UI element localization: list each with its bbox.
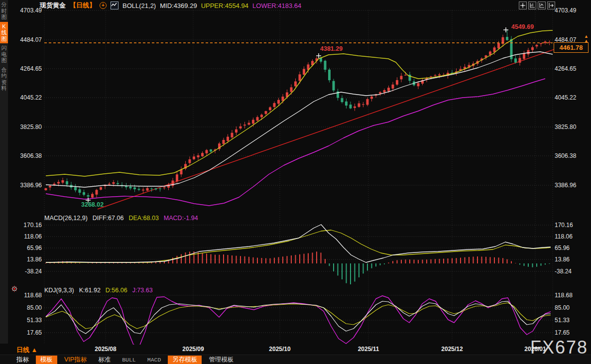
y-axis-label: 65.96	[9, 244, 42, 251]
y-axis-label: 17.65	[555, 329, 588, 336]
toolbar-button-6[interactable]: MACD	[143, 356, 166, 364]
y-axis-label: 13.86	[555, 256, 588, 263]
toolbar-button-8[interactable]: 管理模板	[204, 356, 238, 364]
boll-indicator-label: BOLL(21,2)	[122, 2, 156, 9]
time-axis: 日线 ▲ 2025/082025/092025/102025/112025/12…	[0, 345, 591, 355]
boll-lower-value: LOWER:4183.64	[252, 2, 301, 9]
y-axis-label: 3825.80	[9, 123, 42, 130]
boll-upper-value: UPPER:4554.94	[201, 2, 248, 9]
y-axis-label: 3386.96	[9, 182, 42, 189]
kdj-d-value: D:56.06	[106, 287, 127, 294]
bottom-toolbar: 指标模板VIP指标标准BULLMACD另存模板管理模板	[0, 355, 591, 364]
x-axis-month-label: 2025/12	[435, 346, 470, 353]
y-axis-label: 170.16	[555, 222, 588, 229]
y-axis-label: 65.96	[555, 244, 588, 251]
chart-type-sidebar: 分时图K线图闪电图合约资料	[0, 0, 8, 344]
y-axis-label: 3606.38	[9, 152, 42, 159]
trading-app-window: 分时图K线图闪电图合约资料 现货黄金 【日线】 + BOLL(21,2) MID…	[0, 0, 591, 364]
add-favorite-icon[interactable]: +	[100, 2, 107, 9]
macd-title: MACD(26,12,9)	[44, 215, 88, 222]
macd-panel-header: MACD(26,12,9) DIFF:67.06 DEA:68.03 MACD:…	[44, 215, 198, 222]
price-up-marker-icon: ▲▲	[584, 34, 589, 43]
y-axis-label: 85.00	[9, 304, 42, 311]
y-axis-label: 3825.80	[555, 123, 588, 130]
period-selector[interactable]: 日线 ▲	[16, 346, 37, 355]
macd-diff-value: DIFF:67.06	[93, 215, 124, 222]
toolbar-button-7[interactable]: 另存模板	[168, 356, 202, 364]
y-axis-label: 3606.38	[555, 152, 588, 159]
y-axis-label: -38.24	[555, 268, 588, 275]
annotation-low-price: 3268.02	[81, 201, 104, 208]
axis-scale-right-icon[interactable]	[538, 1, 546, 9]
y-axis-label: 170.16	[9, 222, 42, 229]
y-axis-label: 4703.49	[555, 7, 588, 14]
macd-dea-value: DEA:68.03	[128, 215, 158, 222]
y-axis-label: 3386.96	[555, 182, 588, 189]
y-axis-label: 17.65	[9, 329, 42, 336]
x-axis-month-label: 2025/09	[176, 346, 211, 353]
y-axis-label: 4484.07	[9, 36, 42, 43]
sidebar-tab-4[interactable]: 合约资料	[0, 65, 8, 93]
kdj-title: KDJ(9,3,3)	[44, 287, 74, 294]
y-axis-label: 4703.49	[9, 7, 42, 14]
pan-right-icon[interactable]	[547, 1, 555, 9]
last-price-tag: 4461.78	[554, 42, 589, 53]
move-icon[interactable]	[519, 1, 527, 9]
kdj-k-value: K:61.92	[79, 287, 101, 294]
y-axis-label: 51.33	[555, 317, 588, 324]
x-axis-month-label: 2025/10	[262, 346, 297, 353]
toolbar-button-5[interactable]: BULL	[118, 356, 140, 364]
sidebar-tab-3[interactable]: 闪电图	[0, 43, 8, 65]
kdj-panel-header: KDJ(9,3,3) K:61.92 D:56.06 J:73.63	[44, 287, 153, 294]
y-axis-label: 13.86	[9, 256, 42, 263]
y-axis-label: 118.68	[9, 292, 42, 299]
chart-canvas[interactable]	[0, 0, 591, 364]
annotation-high-price: 4549.69	[511, 23, 534, 30]
y-axis-label: 118.06	[555, 233, 588, 240]
macd-macd-value: MACD:-1.94	[164, 215, 198, 222]
alert-icon[interactable]	[11, 285, 18, 292]
toolbar-button-2[interactable]: 模板	[36, 356, 57, 364]
watermark: FX678	[530, 337, 588, 358]
axis-scale-left-icon[interactable]	[528, 1, 536, 9]
annotation-peak-price: 4381.29	[320, 45, 343, 52]
y-axis-label: 118.06	[9, 233, 42, 240]
x-axis-month-label: 2025/08	[88, 346, 123, 353]
candlestick-style-icon[interactable]	[111, 1, 118, 9]
boll-mid-value: MID:4369.29	[160, 2, 197, 9]
y-axis-label: 51.33	[9, 317, 42, 324]
y-axis-label: 4264.65	[9, 65, 42, 72]
sidebar-tab-2[interactable]: K线图	[0, 22, 8, 44]
sidebar-tab-1[interactable]: 分时图	[0, 0, 8, 22]
toolbar-button-1[interactable]: 指标	[12, 356, 33, 364]
x-axis-month-label: 2025/11	[351, 346, 386, 353]
y-axis-label: 4264.65	[555, 65, 588, 72]
kdj-j-value: J:73.63	[132, 287, 153, 294]
y-axis-label: 4045.22	[555, 94, 588, 101]
toolbar-button-3[interactable]: VIP指标	[60, 356, 91, 364]
y-axis-label: 4045.22	[9, 94, 42, 101]
toolbar-button-4[interactable]: 标准	[94, 356, 115, 364]
y-axis-label: 118.68	[555, 292, 588, 299]
symbol-name: 现货黄金	[40, 1, 66, 10]
chart-header: 现货黄金 【日线】 + BOLL(21,2) MID:4369.29 UPPER…	[40, 1, 301, 9]
period-badge[interactable]: 【日线】	[70, 1, 96, 10]
y-axis-label: 85.00	[555, 304, 588, 311]
chart-toolbar-icons	[519, 1, 555, 9]
y-axis-label: -38.24	[9, 268, 42, 275]
